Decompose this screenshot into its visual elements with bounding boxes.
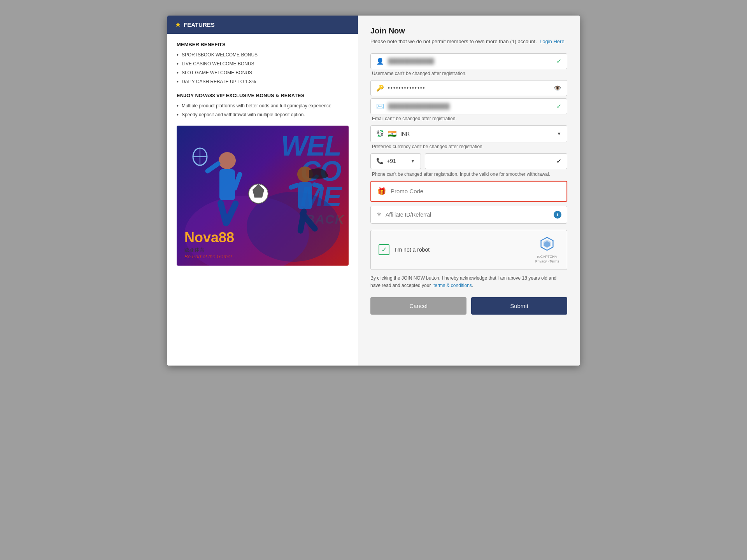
svg-rect-16 <box>312 182 323 189</box>
features-label: FEATURES <box>184 21 215 28</box>
features-header: ★ FEATURES <box>167 16 358 34</box>
vip-title: ENJOY NOVA88 VIP EXCLUSIVE BONUS & REBAT… <box>177 93 349 98</box>
phone-chevron-icon: ▼ <box>410 158 415 164</box>
phone-code-text: +91 <box>387 158 407 164</box>
currency-flag: 🇮🇳 <box>388 130 396 138</box>
promo-group: 🎁 <box>370 181 567 202</box>
recaptcha-logo <box>540 236 554 254</box>
email-value: ████████████████ <box>388 103 552 109</box>
brand-area: Nova88 欧亚体育 Be Part of the Game! <box>184 229 234 259</box>
member-benefits-title: MEMBER BENEFITS <box>177 42 349 47</box>
registration-modal: ★ FEATURES MEMBER BENEFITS SPORTSBOOK WE… <box>167 16 580 366</box>
captcha-left: ✓ I'm not a robot <box>379 244 430 255</box>
recaptcha-label: reCAPTCHA <box>537 255 557 259</box>
svg-rect-14 <box>298 182 312 209</box>
toggle-password-icon[interactable]: 👁️ <box>554 84 561 92</box>
left-content: MEMBER BENEFITS SPORTSBOOK WELCOME BONUS… <box>167 34 358 273</box>
email-note: Email can't be changed after registratio… <box>372 116 567 121</box>
submit-button[interactable]: Submit <box>471 297 567 315</box>
currency-icon: 💱 <box>376 130 384 137</box>
chevron-down-icon: ▼ <box>557 131 561 136</box>
login-link[interactable]: Login Here <box>540 38 565 44</box>
promo-code-wrapper: 🎁 <box>370 181 567 202</box>
password-value: •••••••••••••• <box>388 85 550 91</box>
user-icon: 👤 <box>376 58 384 65</box>
brand-chinese: 欧亚体育 <box>184 247 234 254</box>
welcome-banner: WELCOME BACK <box>177 126 349 266</box>
affiliate-input[interactable] <box>386 212 550 218</box>
password-group: 🔑 •••••••••••••• 👁️ <box>370 80 567 96</box>
affiliate-wrapper: ⚜ i <box>370 206 567 224</box>
email-input-wrapper: ✉️ ████████████████ ✓ <box>370 98 567 114</box>
username-check-icon: ✓ <box>556 58 561 65</box>
captcha-box[interactable]: ✓ I'm not a robot reCAPTCHA Privacy · Te… <box>370 230 567 270</box>
currency-group: 💱 🇮🇳 INR ▼ Preferred currency can't be c… <box>370 125 567 149</box>
phone-row: 📞 +91 ▼ ✓ <box>370 153 567 169</box>
terms-text: By clicking the JOIN NOW button, I hereb… <box>370 275 567 289</box>
list-item: LIVE CASINO WELCOME BONUS <box>177 61 349 67</box>
right-panel: Join Now Please note that we do not perm… <box>358 16 580 366</box>
list-item: SPORTSBOOK WELCOME BONUS <box>177 52 349 58</box>
svg-rect-4 <box>204 161 221 175</box>
terms-link[interactable]: terms & conditions <box>433 283 472 288</box>
affiliate-icon: ⚜ <box>376 211 382 218</box>
recaptcha-sub: Privacy · Terms <box>535 259 559 263</box>
cancel-button[interactable]: Cancel <box>370 297 466 315</box>
gift-icon: 🎁 <box>377 187 386 196</box>
button-row: Cancel Submit <box>370 297 567 315</box>
brand-tagline: Be Part of the Game! <box>184 254 234 259</box>
svg-point-2 <box>219 152 236 169</box>
list-item: Speedy deposit and withdrawal with multi… <box>177 112 349 118</box>
email-check-icon: ✓ <box>556 103 561 110</box>
info-icon[interactable]: i <box>554 211 561 219</box>
brand-name: Nova88 <box>184 229 234 246</box>
vip-list: Multiple product platforms with better o… <box>177 103 349 118</box>
password-input-wrapper: 🔑 •••••••••••••• 👁️ <box>370 80 567 96</box>
svg-rect-3 <box>219 169 235 200</box>
captcha-right: reCAPTCHA Privacy · Terms <box>535 236 559 263</box>
star-icon: ★ <box>175 21 181 28</box>
username-group: 👤 ████████████ ✓ Username can't be chang… <box>370 53 567 76</box>
username-input-wrapper: 👤 ████████████ ✓ <box>370 53 567 69</box>
recaptcha-icon <box>540 236 554 251</box>
list-item: Multiple product platforms with better o… <box>177 103 349 109</box>
join-title: Join Now <box>370 26 567 35</box>
left-panel: ★ FEATURES MEMBER BENEFITS SPORTSBOOK WE… <box>167 16 358 366</box>
currency-text: INR <box>400 131 553 137</box>
phone-code-select[interactable]: 📞 +91 ▼ <box>370 153 421 169</box>
join-subtitle: Please note that we do not permit member… <box>370 38 567 46</box>
captcha-check-icon: ✓ <box>379 244 389 255</box>
phone-number-input[interactable] <box>431 158 552 164</box>
currency-select[interactable]: 💱 🇮🇳 INR ▼ <box>370 125 567 142</box>
phone-number-wrapper: ✓ <box>425 153 567 169</box>
captcha-label: I'm not a robot <box>395 247 430 253</box>
phone-check-icon: ✓ <box>556 158 561 165</box>
currency-note: Preferred currency can't be changed afte… <box>372 144 567 149</box>
username-value: ████████████ <box>388 58 552 64</box>
benefits-list: SPORTSBOOK WELCOME BONUS LIVE CASINO WEL… <box>177 52 349 85</box>
list-item: DAILY CASH REBATE UP TO 1.8% <box>177 79 349 85</box>
email-group: ✉️ ████████████████ ✓ Email can't be cha… <box>370 98 567 121</box>
password-icon: 🔑 <box>376 84 384 92</box>
email-icon: ✉️ <box>376 103 384 110</box>
list-item: SLOT GAME WELCOME BONUS <box>177 70 349 76</box>
phone-note: Phone can't be changed after registratio… <box>372 172 567 177</box>
promo-code-input[interactable] <box>391 188 560 194</box>
phone-icon: 📞 <box>376 158 384 164</box>
username-note: Username can't be changed after registra… <box>372 71 567 76</box>
